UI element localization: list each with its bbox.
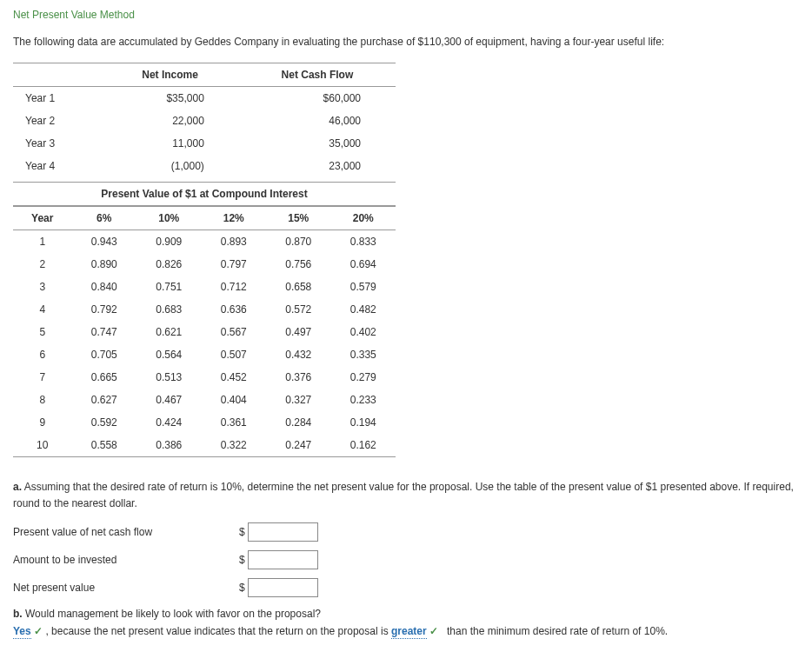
- table-row: 10.9430.9090.8930.8700.833: [13, 230, 396, 254]
- pv-cell: 0.467: [136, 389, 201, 411]
- pv-cell: 0.424: [136, 411, 201, 434]
- table-row: 100.5580.3860.3220.2470.162: [13, 434, 396, 457]
- intro-text: The following data are accumulated by Ge…: [13, 34, 799, 50]
- pv-cell: 6: [13, 343, 72, 366]
- table-row: Year 3 11,000 35,000: [13, 132, 396, 155]
- check-icon: ✓: [34, 625, 43, 637]
- pv-cell: 0.497: [266, 321, 330, 343]
- pv-cell: 0.482: [330, 298, 396, 321]
- pv-cashflow-input[interactable]: [248, 522, 318, 542]
- pv-header: 20%: [330, 207, 396, 230]
- pv-header: 12%: [202, 207, 266, 230]
- table-row: 60.7050.5640.5070.4320.335: [13, 343, 396, 366]
- pv-cell: 0.683: [136, 298, 201, 321]
- pv-cell: 3: [13, 276, 72, 298]
- pv-cell: 0.658: [266, 276, 330, 298]
- pv-cell: 0.893: [202, 230, 266, 254]
- pv-cell: 0.327: [266, 389, 330, 411]
- cashflow-cell: 35,000: [239, 132, 396, 155]
- pv-cell: 0.792: [72, 298, 136, 321]
- pv-cell: 0.564: [136, 343, 201, 366]
- cashflow-cell: $60,000: [239, 87, 396, 110]
- pv-cell: 8: [13, 389, 72, 411]
- input-label: Net present value: [13, 582, 239, 594]
- pv-header: 6%: [72, 207, 136, 230]
- answer-mid: , because the net present value indicate…: [43, 625, 391, 637]
- pv-cell: 0.712: [202, 276, 266, 298]
- pv-cell: 0.797: [202, 253, 266, 276]
- pv-cell: 0.890: [72, 253, 136, 276]
- pv-cell: 7: [13, 366, 72, 389]
- pv-cell: 9: [13, 411, 72, 434]
- pv-cell: 2: [13, 253, 72, 276]
- cashflow-cell: 23,000: [239, 155, 396, 177]
- page-title: Net Present Value Method: [13, 9, 799, 21]
- table-header: [13, 63, 101, 87]
- pv-header: 15%: [266, 207, 330, 230]
- pv-cell: 0.705: [72, 343, 136, 366]
- input-grid: Present value of net cash flow $ Amount …: [13, 522, 799, 597]
- pv-cell: 4: [13, 298, 72, 321]
- pv-cell: 0.572: [266, 298, 330, 321]
- pv-cell: 0.194: [330, 411, 396, 434]
- pv-cell: 0.665: [72, 366, 136, 389]
- answer-end: than the minimum desired rate of return …: [444, 625, 668, 637]
- answer-greater[interactable]: greater: [391, 625, 427, 639]
- year-cell: Year 3: [13, 132, 101, 155]
- question-a-text: Assuming that the desired rate of return…: [13, 481, 794, 509]
- table-row: Year 1 $35,000 $60,000: [13, 87, 396, 110]
- table-row: 40.7920.6830.6360.5720.482: [13, 298, 396, 321]
- pv-cell: 10: [13, 434, 72, 457]
- pv-cell: 0.756: [266, 253, 330, 276]
- pv-cell: 0.452: [202, 366, 266, 389]
- pv-section-header: Present Value of $1 at Compound Interest: [13, 182, 396, 206]
- pv-cell: 0.386: [136, 434, 201, 457]
- income-cell: $35,000: [101, 87, 239, 110]
- pv-cell: 0.567: [202, 321, 266, 343]
- cashflow-table: Net Income Net Cash Flow Year 1 $35,000 …: [13, 63, 396, 177]
- pv-cell: 0.833: [330, 230, 396, 254]
- income-cell: 22,000: [101, 110, 239, 132]
- pv-cell: 0.627: [72, 389, 136, 411]
- table-header: Net Cash Flow: [239, 63, 396, 87]
- pv-cell: 0.335: [330, 343, 396, 366]
- pv-cell: 0.826: [136, 253, 201, 276]
- pv-cell: 0.636: [202, 298, 266, 321]
- pv-cell: 0.592: [72, 411, 136, 434]
- table-row: 50.7470.6210.5670.4970.402: [13, 321, 396, 343]
- pv-cell: 0.507: [202, 343, 266, 366]
- year-cell: Year 2: [13, 110, 101, 132]
- pv-cell: 0.361: [202, 411, 266, 434]
- pv-cell: 0.284: [266, 411, 330, 434]
- answer-yes[interactable]: Yes: [13, 625, 31, 639]
- pv-header: 10%: [136, 207, 201, 230]
- table-row: 30.8400.7510.7120.6580.579: [13, 276, 396, 298]
- input-label: Amount to be invested: [13, 554, 239, 566]
- pv-cell: 0.694: [330, 253, 396, 276]
- pv-cell: 0.376: [266, 366, 330, 389]
- question-b-text: Would management be likely to look with …: [23, 608, 321, 620]
- pv-table: Year6%10%12%15%20% 10.9430.9090.8930.870…: [13, 206, 396, 457]
- table-row: Year 2 22,000 46,000: [13, 110, 396, 132]
- answer-line: Yes ✓ , because the net present value in…: [13, 625, 799, 637]
- income-cell: 11,000: [101, 132, 239, 155]
- dollar-sign: $: [239, 554, 248, 566]
- pv-cell: 0.579: [330, 276, 396, 298]
- pv-cell: 0.870: [266, 230, 330, 254]
- year-cell: Year 4: [13, 155, 101, 177]
- pv-cell: 0.279: [330, 366, 396, 389]
- pv-cell: 0.513: [136, 366, 201, 389]
- amount-invested-input[interactable]: [248, 550, 318, 569]
- check-icon: ✓: [429, 625, 438, 637]
- npv-input[interactable]: [248, 578, 318, 597]
- year-cell: Year 1: [13, 87, 101, 110]
- income-cell: (1,000): [101, 155, 239, 177]
- question-b: b. Would management be likely to look wi…: [13, 608, 799, 620]
- pv-cell: 0.621: [136, 321, 201, 343]
- pv-cell: 0.840: [72, 276, 136, 298]
- question-a: a. Assuming that the desired rate of ret…: [13, 479, 799, 512]
- pv-cell: 5: [13, 321, 72, 343]
- pv-cell: 0.747: [72, 321, 136, 343]
- pv-cell: 1: [13, 230, 72, 254]
- dollar-sign: $: [239, 526, 248, 538]
